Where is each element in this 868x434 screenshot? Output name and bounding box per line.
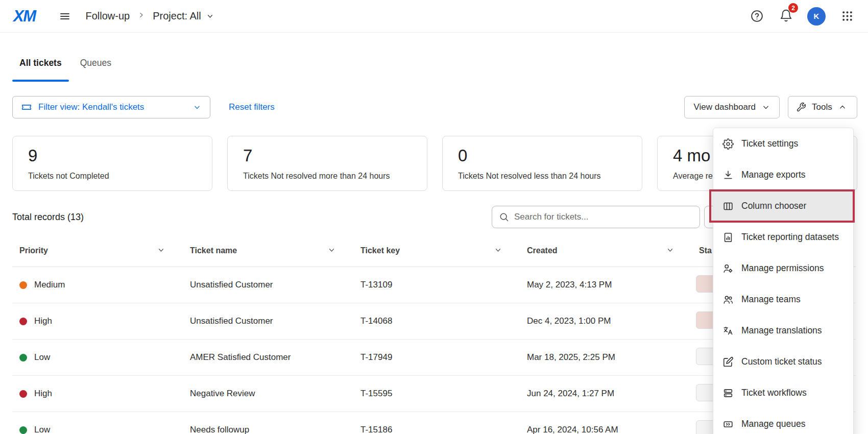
person-gear-icon	[722, 263, 734, 274]
chevron-down-icon	[157, 246, 165, 256]
view-dashboard-button[interactable]: View dashboard	[684, 96, 780, 118]
ticket-key-cell: T-17949	[353, 352, 520, 363]
stat-card-not-completed: 9 Tickets not Completed	[12, 136, 212, 191]
priority-cell: Low	[12, 352, 183, 363]
tools-button[interactable]: Tools	[788, 96, 857, 118]
chevron-down-icon	[761, 103, 770, 112]
app-grid-icon[interactable]	[839, 9, 855, 24]
ticket-key-cell: T-14068	[353, 316, 520, 326]
ticket-name-cell: Needs followup	[183, 425, 353, 434]
breadcrumb: Follow-up Project: All	[86, 10, 214, 22]
priority-dot	[19, 281, 27, 289]
filter-bar: Filter view: Kendall's tickets Reset fil…	[12, 96, 857, 118]
translate-icon	[722, 325, 734, 336]
chevron-right-icon	[137, 10, 146, 22]
user-avatar[interactable]: K	[807, 7, 826, 26]
column-header-ticket-key[interactable]: Ticket key	[353, 246, 520, 256]
chevron-down-icon	[666, 246, 674, 256]
top-navigation-bar: XM Follow-up Project: All 2 K	[0, 0, 868, 33]
view-dashboard-label: View dashboard	[693, 102, 756, 112]
ticket-icon	[21, 102, 32, 113]
people-icon	[722, 294, 734, 305]
notification-count-badge: 2	[788, 3, 798, 13]
priority-cell: High	[12, 316, 183, 326]
ticket-key-cell: T-13109	[353, 280, 520, 290]
stat-value: 0	[458, 147, 626, 165]
menu-item-ticket-workflows[interactable]: Ticket workflows	[713, 377, 853, 408]
column-header-created[interactable]: Created	[520, 246, 692, 256]
menu-item-ticket-settings[interactable]: Ticket settings	[713, 128, 853, 159]
ticket-name-cell: Unsatisfied Customer	[183, 280, 353, 290]
chevron-down-icon	[494, 246, 502, 256]
priority-dot	[19, 318, 27, 325]
total-records-label: Total records (13)	[12, 206, 84, 228]
priority-dot	[19, 354, 27, 361]
menu-item-manage-permissions[interactable]: Manage permissions	[713, 253, 853, 284]
priority-cell: High	[12, 389, 183, 399]
menu-item-column-chooser[interactable]: Column chooser	[713, 190, 853, 222]
menu-item-manage-exports[interactable]: Manage exports	[713, 159, 853, 190]
ticket-key-cell: T-15595	[353, 389, 520, 399]
menu-item-custom-ticket-status[interactable]: Custom ticket status	[713, 346, 853, 377]
stat-label: Tickets not Completed	[28, 172, 197, 181]
follow-up-page: XM Follow-up Project: All 2 K	[0, 0, 868, 434]
menu-item-manage-translations[interactable]: Manage translations	[713, 315, 853, 346]
created-cell: Mar 18, 2025, 2:25 PM	[520, 352, 692, 363]
created-cell: Jun 24, 2024, 1:27 PM	[520, 389, 692, 399]
priority-cell: Medium	[12, 280, 183, 290]
report-icon	[722, 232, 734, 243]
notifications-button[interactable]: 2	[778, 8, 793, 25]
ticket-search	[492, 206, 700, 228]
queue-icon	[722, 419, 734, 430]
stat-card-unresolved-under-24h: 0 Tickets Not resolved less than 24 hour…	[442, 136, 642, 191]
stat-label: Tickets Not resolved less than 24 hours	[458, 172, 626, 181]
ticket-key-cell: T-15186	[353, 425, 520, 434]
wrench-icon	[796, 102, 806, 112]
priority-cell: Low	[12, 425, 183, 434]
stat-card-unresolved-over-24h: 7 Tickets Not resolved more than 24 hour…	[227, 136, 427, 191]
tab-queues[interactable]: Queues	[73, 53, 118, 82]
reset-filters-link[interactable]: Reset filters	[229, 96, 275, 118]
search-icon	[499, 212, 509, 222]
stat-value: 7	[243, 147, 412, 165]
priority-dot	[19, 390, 27, 398]
tools-dropdown-menu: Ticket settings Manage exports Column ch…	[713, 128, 854, 434]
chevron-down-icon	[327, 246, 336, 256]
workflow-icon	[722, 388, 734, 399]
search-input[interactable]	[514, 212, 693, 222]
edit-icon	[722, 356, 734, 368]
tab-all-tickets[interactable]: All tickets	[12, 53, 69, 82]
filter-view-label: Filter view: Kendall's tickets	[38, 102, 186, 112]
menu-item-manage-queues[interactable]: Manage queues	[713, 408, 853, 434]
chevron-up-icon	[838, 103, 847, 112]
project-selector-label: Project: All	[153, 10, 201, 22]
ticket-name-cell: Unsatisfied Customer	[183, 316, 353, 326]
help-icon[interactable]	[749, 9, 764, 24]
menu-item-ticket-reporting-datasets[interactable]: Ticket reporting datasets	[713, 222, 853, 253]
stat-value: 9	[28, 147, 197, 165]
created-cell: May 2, 2023, 4:13 PM	[520, 280, 692, 290]
created-cell: Apr 16, 2024, 10:56 AM	[520, 425, 692, 434]
columns-icon	[722, 201, 734, 212]
topbar-actions: 2 K	[749, 7, 855, 26]
ticket-name-cell: AMER Satisfied Customer	[183, 352, 353, 363]
xm-logo: XM	[13, 7, 36, 26]
gear-icon	[722, 138, 734, 150]
priority-dot	[19, 426, 27, 434]
chevron-down-icon	[206, 12, 214, 20]
ticket-name-cell: Negative Review	[183, 389, 353, 399]
download-icon	[722, 170, 734, 181]
stat-label: Tickets Not resolved more than 24 hours	[243, 172, 412, 181]
filter-view-dropdown[interactable]: Filter view: Kendall's tickets	[12, 96, 210, 118]
column-header-priority[interactable]: Priority	[12, 246, 183, 256]
breadcrumb-section: Follow-up	[86, 10, 130, 22]
created-cell: Dec 4, 2023, 1:00 PM	[520, 316, 692, 326]
menu-item-manage-teams[interactable]: Manage teams	[713, 284, 853, 315]
project-selector[interactable]: Project: All	[153, 10, 214, 22]
ticket-view-tabs: All tickets Queues	[12, 53, 118, 82]
column-header-ticket-name[interactable]: Ticket name	[183, 246, 353, 256]
chevron-down-icon	[192, 103, 202, 112]
hamburger-menu-icon[interactable]	[57, 9, 73, 24]
tools-label: Tools	[812, 102, 832, 112]
